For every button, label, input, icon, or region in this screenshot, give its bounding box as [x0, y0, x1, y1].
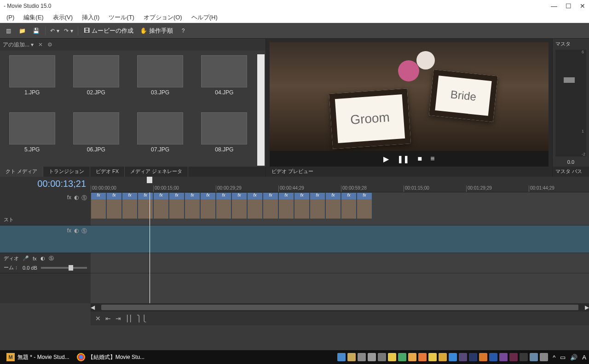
tab-project-media[interactable]: クト メディア [0, 167, 43, 177]
media-thumb[interactable]: 02.JPG [73, 53, 119, 109]
tray-app-icon[interactable] [479, 353, 487, 361]
media-add-dropdown[interactable]: アの追加... ▾ [3, 41, 34, 49]
timeline-clip[interactable]: fx [263, 192, 278, 219]
mute-icon[interactable]: Ⓢ [81, 227, 87, 235]
undo-icon[interactable]: ↶ ▾ [49, 25, 60, 36]
play-button[interactable]: ▶ [383, 155, 389, 163]
timeline-clip[interactable]: fx [341, 192, 357, 219]
tray-app-icon[interactable] [449, 353, 457, 361]
timeline-clip[interactable]: fx [138, 192, 153, 219]
media-thumb[interactable]: 1.JPG [9, 53, 55, 109]
fx-icon[interactable]: fx [33, 256, 37, 261]
playhead-line[interactable] [150, 192, 150, 303]
procedure-button[interactable]: ✋ 操作手順 [138, 27, 175, 35]
tray-app-icon[interactable] [530, 353, 538, 361]
volume-slider[interactable] [41, 267, 87, 269]
tab-media-generators[interactable]: メディア ジェネレータ [125, 167, 188, 177]
tray-app-icon[interactable] [509, 353, 518, 361]
tab-video-fx[interactable]: ビデオ FX [90, 167, 125, 177]
timeline-clip[interactable]: fx [122, 192, 138, 219]
solo-icon[interactable]: Ⓢ [49, 255, 54, 262]
close-icon[interactable]: ✕ [38, 41, 43, 48]
help-icon[interactable]: ? [178, 25, 189, 36]
make-movie-button[interactable]: 🎞 ムービーの作成 [82, 27, 135, 35]
timeline-clip[interactable]: fx [169, 192, 185, 219]
tray-app-icon[interactable] [398, 353, 406, 361]
timeline-clip[interactable]: fx [247, 192, 263, 219]
tray-app-icon[interactable] [499, 353, 508, 361]
maximize-button[interactable]: ☐ [566, 2, 572, 10]
tray-app-icon[interactable] [418, 353, 427, 361]
automation-icon[interactable]: ◐ [40, 255, 45, 261]
scrollbar[interactable] [257, 54, 265, 166]
timeline-clip[interactable]: fx [310, 192, 325, 219]
tray-app-icon[interactable] [358, 353, 366, 361]
preview-tab[interactable]: ビデオ プレビュー [266, 167, 552, 177]
tray-app-icon[interactable] [540, 353, 548, 361]
scroll-left-icon[interactable]: ◀ [91, 304, 95, 311]
timeline-scrollbar[interactable]: ◀ ▶ [91, 303, 589, 312]
audio-track-lane[interactable] [91, 225, 589, 253]
menu-help[interactable]: ヘルプ(H) [187, 13, 222, 22]
stop-button[interactable]: ■ [417, 155, 422, 163]
menu-tools[interactable]: ツール(T) [104, 13, 139, 22]
timeline-clip[interactable]: fx [325, 192, 341, 219]
split-icon[interactable]: ⎮⎮ [126, 315, 132, 322]
timeline-clip[interactable]: fx [91, 192, 106, 219]
menu-insert[interactable]: 挿入(I) [77, 13, 104, 22]
tab-transitions[interactable]: トランジション [43, 167, 90, 177]
save-icon[interactable]: 💾 [30, 25, 41, 36]
tray-app-icon[interactable] [388, 353, 396, 361]
video-track-lane[interactable]: fxfxfxfxfxfxfxfxfxfxfxfxfxfxfxfxfxfx [91, 192, 589, 225]
scroll-right-icon[interactable]: ▶ [585, 304, 589, 311]
close-button[interactable]: ✕ [580, 2, 585, 10]
taskbar-item-moviestudio[interactable]: M 無題 * - Movie Stud... [3, 351, 73, 363]
menu-edit[interactable]: 編集(E) [19, 13, 48, 22]
media-thumb[interactable]: 07.JPG [137, 110, 183, 166]
mic-icon[interactable]: 🎤 [23, 255, 29, 261]
timeline-clip[interactable]: fx [231, 192, 247, 219]
track-content[interactable]: fxfxfxfxfxfxfxfxfxfxfxfxfxfxfxfxfxfx [91, 192, 589, 303]
timeline-clip[interactable]: fx [294, 192, 310, 219]
timeline-clip[interactable]: fx [357, 192, 372, 219]
timeline-clip[interactable]: fx [200, 192, 216, 219]
timeline-clip[interactable]: fx [216, 192, 231, 219]
timeline-clip[interactable]: fx [185, 192, 200, 219]
project-icon[interactable]: ▥ [3, 25, 14, 36]
menu-view[interactable]: 表示(V) [48, 13, 77, 22]
automation-icon[interactable]: ◐ [74, 194, 79, 202]
automation-icon[interactable]: ◐ [74, 227, 79, 235]
volume-icon[interactable]: 🔊 [570, 354, 577, 361]
snap-icon[interactable]: ⎫⎩ [137, 315, 147, 322]
trim-end-icon[interactable]: ⇥ [115, 315, 121, 322]
tray-app-icon[interactable] [408, 353, 416, 361]
media-thumb[interactable]: 06.JPG [73, 110, 119, 166]
tray-app-icon[interactable] [439, 353, 447, 361]
trim-start-icon[interactable]: ⇤ [105, 315, 111, 322]
playhead-marker[interactable] [147, 177, 152, 183]
time-ruler[interactable]: 00:00:00;0000:00:15;0000:00:29;2900:00:4… [91, 177, 589, 192]
pause-button[interactable]: ❚❚ [397, 155, 409, 163]
timeline-clip[interactable]: fx [153, 192, 169, 219]
delete-icon[interactable]: ✕ [95, 315, 101, 322]
redo-icon[interactable]: ↷ ▾ [63, 25, 74, 36]
meter-handle[interactable] [564, 77, 575, 83]
master-bus-tab[interactable]: マスタ バス [553, 167, 589, 177]
tray-app-icon[interactable] [347, 353, 356, 361]
tray-app-icon[interactable] [378, 353, 386, 361]
gear-icon[interactable]: ⚙ [47, 41, 52, 48]
scroll-thumb[interactable] [101, 305, 578, 310]
menu-icon[interactable]: ≡ [430, 155, 434, 163]
timeline-clip[interactable]: fx [278, 192, 294, 219]
media-thumb[interactable]: 03.JPG [137, 53, 183, 109]
menu-options[interactable]: オプション(O) [139, 13, 187, 22]
tray-app-icon[interactable] [459, 353, 467, 361]
extra-lane[interactable] [91, 253, 589, 273]
timecode-display[interactable]: 00:00:13;21 [0, 177, 91, 192]
fx-icon[interactable]: fx [67, 194, 71, 202]
tray-app-icon[interactable] [489, 353, 497, 361]
taskbar-item-chrome[interactable]: 【結婚式】Movie Stu... [73, 351, 148, 363]
action-center-icon[interactable]: ▭ [560, 354, 566, 361]
tray-app-icon[interactable] [337, 353, 346, 361]
mute-icon[interactable]: Ⓢ [81, 194, 87, 202]
